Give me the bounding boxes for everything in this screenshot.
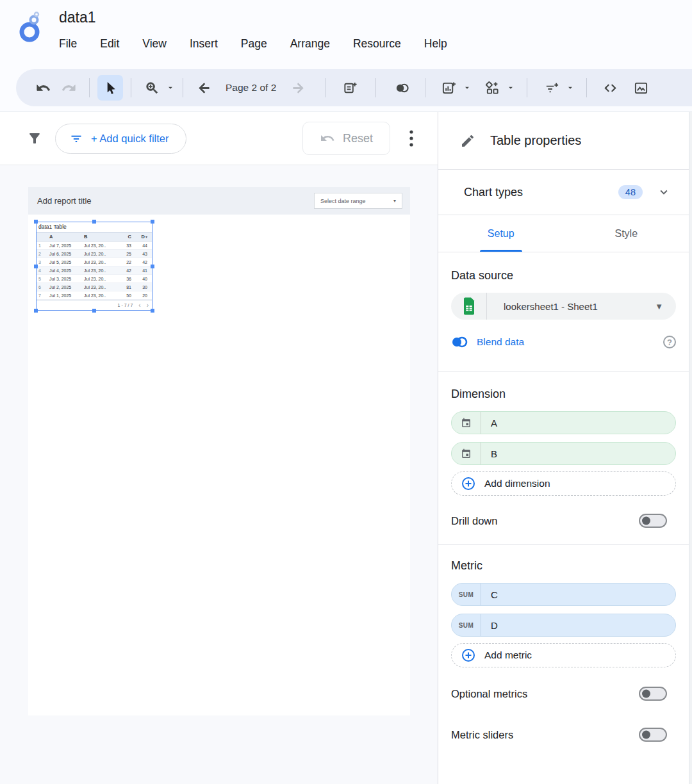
table-row[interactable]: 4Jul 4, 2025Jul 23, 20..4241 [37, 266, 152, 275]
selection-handle[interactable] [92, 309, 96, 313]
column-header-d[interactable]: D▾ [133, 234, 150, 240]
aggregation-chip[interactable]: SUM [452, 584, 481, 605]
table-cell: 3 [37, 260, 45, 265]
table-row[interactable]: 6Jul 2, 2025Jul 23, 20..8130 [37, 283, 152, 291]
toolbar-separator [586, 78, 587, 97]
undo-button[interactable] [30, 75, 56, 101]
table-row[interactable]: 5Jul 3, 2025Jul 23, 20..3640 [37, 275, 152, 283]
data-source-selector[interactable]: lookersheet1 - Sheet1 ▼ [451, 293, 676, 320]
table-row[interactable]: 7Jul 1, 2025Jul 23, 20..5020 [37, 291, 152, 300]
table-cell: 50 [112, 293, 133, 298]
chart-types-row[interactable]: Chart types 48 [438, 170, 689, 215]
pagination-next-icon[interactable]: › [147, 302, 149, 309]
date-range-control[interactable]: Select date range ▾ [314, 193, 402, 209]
add-quick-filter-button[interactable]: + Add quick filter [55, 124, 186, 154]
more-options-kebab-icon[interactable] [402, 126, 421, 151]
table-cell: Jul 23, 20.. [81, 277, 112, 281]
table-chart-component[interactable]: data1 Table A B C D▾ 1Jul 7, 2025Jul 23,… [36, 222, 152, 311]
table-cell: 33 [112, 243, 133, 248]
table-cell: Jul 23, 20.. [81, 243, 112, 248]
menu-edit[interactable]: Edit [100, 37, 119, 51]
redo-button[interactable] [56, 75, 81, 101]
menu-view[interactable]: View [142, 37, 167, 51]
dimension-field-a[interactable]: A [451, 411, 676, 434]
calendar-icon [461, 448, 472, 459]
selection-handle[interactable] [34, 309, 38, 313]
menu-resource[interactable]: Resource [353, 37, 401, 51]
selection-handle[interactable] [151, 309, 154, 313]
blend-data-icon [451, 335, 468, 349]
zoom-tool-button[interactable] [139, 75, 165, 101]
metric-sliders-toggle[interactable] [639, 728, 667, 742]
add-control-button[interactable] [539, 75, 564, 101]
table-cell: Jul 4, 2025 [45, 268, 81, 273]
menu-help[interactable]: Help [424, 37, 447, 51]
metric-field-c[interactable]: SUM C [451, 583, 676, 606]
next-page-button[interactable] [285, 75, 311, 101]
blend-data-link[interactable]: Blend data [477, 336, 524, 348]
add-metric-button[interactable]: Add metric [451, 643, 676, 667]
reset-button[interactable]: Reset [302, 122, 390, 155]
report-title[interactable]: data1 [59, 9, 96, 26]
report-page[interactable]: Add report title Select date range ▾ dat… [28, 187, 410, 715]
drill-down-row: Drill down [451, 514, 676, 528]
reset-undo-icon [320, 131, 335, 146]
report-canvas[interactable]: Add report title Select date range ▾ dat… [0, 165, 438, 784]
add-viz-dropdown-caret[interactable] [506, 83, 515, 92]
embed-code-button[interactable] [597, 75, 623, 101]
selection-handle[interactable] [151, 265, 154, 268]
table-cell: 40 [133, 277, 150, 281]
selection-handle[interactable] [151, 220, 154, 224]
previous-page-button[interactable] [191, 75, 217, 101]
table-cell: 6 [37, 285, 45, 290]
column-header-c[interactable]: C [112, 234, 133, 240]
reset-label: Reset [343, 132, 373, 145]
table-cell: Jul 5, 2025 [45, 260, 81, 265]
date-field-chip[interactable] [452, 412, 481, 434]
page-indicator[interactable]: Page 2 of 2 [226, 82, 276, 94]
table-row[interactable]: 3Jul 5, 2025Jul 23, 20..2242 [37, 258, 152, 266]
table-cell: Jul 23, 20.. [81, 260, 112, 265]
aggregation-chip[interactable]: SUM [452, 614, 481, 636]
date-field-chip[interactable] [452, 443, 481, 464]
pagination-prev-icon[interactable]: ‹ [138, 302, 140, 309]
report-title-placeholder[interactable]: Add report title [37, 187, 92, 215]
menu-arrange[interactable]: Arrange [290, 37, 330, 51]
menu-page[interactable]: Page [241, 37, 267, 51]
select-tool-button[interactable] [97, 75, 123, 101]
table-cell: 30 [133, 285, 150, 290]
add-page-button[interactable] [337, 75, 363, 101]
add-image-button[interactable] [628, 75, 654, 101]
optional-metrics-toggle[interactable] [639, 687, 667, 701]
add-control-dropdown-caret[interactable] [566, 83, 575, 92]
selection-handle[interactable] [34, 265, 38, 268]
add-community-visualization-button[interactable] [479, 75, 505, 101]
menu-insert[interactable]: Insert [190, 37, 218, 51]
dimension-field-label: A [481, 418, 497, 429]
column-header-a[interactable]: A [45, 234, 81, 240]
add-dimension-button[interactable]: Add dimension [451, 471, 676, 496]
selection-handle[interactable] [92, 220, 96, 224]
table-cell: Jul 23, 20.. [81, 285, 112, 290]
table-cell: 22 [112, 260, 133, 265]
filter-funnel-icon[interactable] [22, 126, 47, 151]
dimension-field-b[interactable]: B [451, 442, 676, 465]
chevron-down-icon[interactable] [657, 185, 671, 199]
table-row[interactable]: 2Jul 6, 2025Jul 23, 20..2543 [37, 250, 152, 258]
tab-setup[interactable]: Setup [438, 215, 564, 252]
tab-style[interactable]: Style [564, 215, 689, 252]
metric-field-d[interactable]: SUM D [451, 614, 676, 637]
column-header-b[interactable]: B [81, 234, 112, 240]
blend-data-tool-button[interactable] [389, 75, 415, 101]
selection-handle[interactable] [34, 220, 38, 224]
add-chart-button[interactable] [436, 75, 461, 101]
zoom-dropdown-caret[interactable] [166, 83, 175, 92]
add-chart-dropdown-caret[interactable] [463, 83, 472, 92]
table-header-row[interactable]: A B C D▾ [37, 233, 152, 241]
drill-down-toggle[interactable] [639, 514, 667, 528]
help-icon[interactable]: ? [663, 336, 676, 348]
metric-sliders-row: Metric sliders [451, 728, 676, 742]
sheets-icon-box [451, 293, 487, 320]
table-row[interactable]: 1Jul 7, 2025Jul 23, 20..3344 [37, 241, 152, 250]
menu-file[interactable]: File [59, 37, 77, 51]
